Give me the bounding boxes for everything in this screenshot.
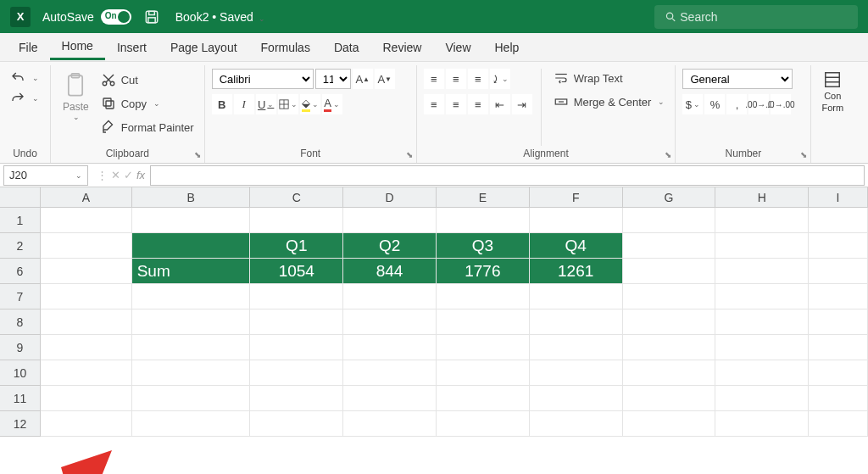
cell-g2[interactable] [623, 233, 716, 259]
cancel-formula-button[interactable]: ✕ [111, 169, 120, 181]
cell-f6[interactable]: 1261 [530, 259, 623, 284]
cell-e11[interactable] [437, 386, 530, 411]
col-header-i[interactable]: I [809, 187, 868, 208]
font-name-select[interactable]: Calibri [212, 69, 314, 89]
search-box[interactable] [654, 5, 858, 29]
cell-c12[interactable] [250, 411, 343, 437]
cell-h2[interactable] [715, 233, 809, 259]
cell-i6[interactable] [809, 259, 868, 284]
align-bottom-button[interactable]: ≡ [468, 69, 488, 89]
cell-g8[interactable] [623, 309, 716, 335]
italic-button[interactable]: I [234, 94, 254, 114]
cell-c11[interactable] [250, 386, 343, 411]
cell-d9[interactable] [343, 335, 437, 360]
font-color-button[interactable]: A⌄ [322, 94, 342, 114]
cell-g12[interactable] [623, 411, 716, 437]
font-launcher[interactable]: ⬊ [406, 150, 413, 159]
cell-d7[interactable] [343, 284, 437, 309]
cell-i7[interactable] [809, 284, 868, 309]
orientation-button[interactable]: ⤸⌄ [490, 69, 510, 89]
cell-d2[interactable]: Q2 [343, 233, 437, 259]
cut-button[interactable]: Cut [97, 70, 198, 89]
cell-g11[interactable] [623, 386, 716, 411]
undo-button[interactable]: ⌄ [7, 69, 42, 87]
increase-font-button[interactable]: A▲ [353, 69, 373, 89]
cell-h8[interactable] [715, 309, 809, 335]
cell-a6[interactable] [41, 259, 132, 284]
decrease-indent-button[interactable]: ⇤ [490, 94, 510, 114]
number-launcher[interactable]: ⬊ [800, 150, 807, 159]
percent-format-button[interactable]: % [704, 94, 725, 114]
align-middle-button[interactable]: ≡ [446, 69, 466, 89]
cell-e2[interactable]: Q3 [437, 233, 530, 259]
cell-f12[interactable] [530, 411, 623, 437]
underline-button[interactable]: U⌄ [256, 94, 276, 114]
row-header-11[interactable]: 11 [0, 386, 41, 411]
menu-file[interactable]: File [7, 36, 50, 59]
cell-c10[interactable] [250, 360, 343, 386]
cell-i10[interactable] [809, 360, 868, 386]
cell-h12[interactable] [715, 411, 809, 437]
cell-c7[interactable] [250, 284, 343, 309]
cell-h1[interactable] [715, 208, 809, 233]
fill-color-button[interactable]: ⬙⌄ [300, 94, 320, 114]
align-top-button[interactable]: ≡ [424, 69, 444, 89]
align-right-button[interactable]: ≡ [468, 94, 488, 114]
cell-e7[interactable] [437, 284, 530, 309]
cell-b8[interactable] [132, 309, 251, 335]
cell-i9[interactable] [809, 335, 868, 360]
menu-home[interactable]: Home [50, 34, 105, 60]
cell-i1[interactable] [809, 208, 868, 233]
menu-page-layout[interactable]: Page Layout [159, 36, 249, 59]
row-header-8[interactable]: 8 [0, 309, 41, 335]
cell-d8[interactable] [343, 309, 437, 335]
col-header-g[interactable]: G [623, 187, 716, 208]
row-header-7[interactable]: 7 [0, 284, 41, 309]
col-header-b[interactable]: B [132, 187, 251, 208]
row-header-12[interactable]: 12 [0, 411, 41, 437]
cell-f1[interactable] [530, 208, 623, 233]
cell-d10[interactable] [343, 360, 437, 386]
cell-a12[interactable] [41, 411, 132, 437]
borders-button[interactable]: ⌄ [278, 94, 298, 114]
cell-a9[interactable] [41, 335, 132, 360]
increase-indent-button[interactable]: ⇥ [512, 94, 532, 114]
menu-formulas[interactable]: Formulas [249, 36, 322, 59]
cell-i8[interactable] [809, 309, 868, 335]
cell-f10[interactable] [530, 360, 623, 386]
select-all-corner[interactable] [0, 187, 41, 208]
menu-view[interactable]: View [433, 36, 482, 59]
row-header-1[interactable]: 1 [0, 208, 41, 233]
menu-review[interactable]: Review [371, 36, 434, 59]
cell-g10[interactable] [623, 360, 716, 386]
cell-h6[interactable] [715, 259, 809, 284]
accept-formula-button[interactable]: ✓ [124, 169, 133, 181]
cell-g9[interactable] [623, 335, 716, 360]
wrap-text-button[interactable]: Wrap Text [550, 69, 669, 87]
row-header-9[interactable]: 9 [0, 335, 41, 360]
cell-b9[interactable] [132, 335, 251, 360]
copy-button[interactable]: Copy⌄ [97, 94, 198, 113]
col-header-e[interactable]: E [437, 187, 530, 208]
decrease-decimal-button[interactable]: .0→.00 [771, 94, 791, 114]
menu-help[interactable]: Help [483, 36, 531, 59]
increase-decimal-button[interactable]: .00→.0 [748, 94, 769, 114]
cell-f2[interactable]: Q4 [530, 233, 623, 259]
cell-c6[interactable]: 1054 [250, 259, 343, 284]
cell-a2[interactable] [41, 233, 132, 259]
cell-e9[interactable] [437, 335, 530, 360]
cell-g6[interactable] [623, 259, 716, 284]
bold-button[interactable]: B [212, 94, 232, 114]
cell-f11[interactable] [530, 386, 623, 411]
cell-a8[interactable] [41, 309, 132, 335]
row-header-2[interactable]: 2 [0, 233, 41, 259]
cell-f9[interactable] [530, 335, 623, 360]
clipboard-launcher[interactable]: ⬊ [194, 150, 201, 159]
row-header-6[interactable]: 6 [0, 259, 41, 284]
cell-f7[interactable] [530, 284, 623, 309]
document-title[interactable]: Book2 • Saved ⌄ [175, 10, 265, 24]
cell-h10[interactable] [715, 360, 809, 386]
row-header-10[interactable]: 10 [0, 360, 41, 386]
cell-i2[interactable] [809, 233, 868, 259]
save-icon[interactable] [143, 8, 160, 25]
